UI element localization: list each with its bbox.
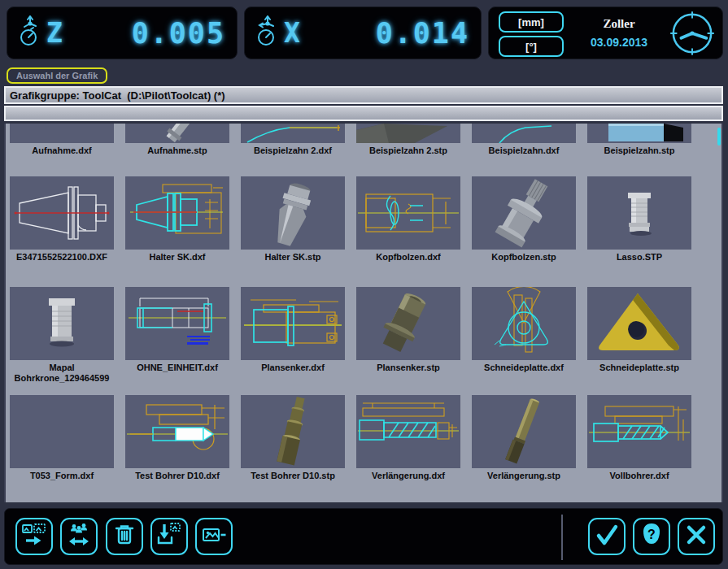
thumbnail-schneide_stp[interactable] (587, 287, 691, 360)
filter-input[interactable] (4, 106, 723, 121)
assign-swap-button[interactable] (60, 518, 98, 555)
date-label: 03.09.2013 (591, 36, 647, 49)
grid-item[interactable]: Schneideplatte.dxf (472, 287, 576, 373)
grid-item[interactable]: Kopfbolzen.stp (472, 176, 576, 263)
file-name: T053_Form.dxf (7, 471, 116, 481)
thumbnail-plansenker_stp[interactable] (356, 287, 460, 360)
file-name: Halter SK.stp (238, 252, 347, 263)
send-graphic-button[interactable] (15, 518, 53, 555)
grid-item[interactable]: Aufnahme.stp (125, 124, 229, 156)
brand-label: Zoller (603, 17, 634, 31)
file-name: E3471552522100.DXF (7, 252, 116, 263)
x-axis-display-panel: X 0.014 (244, 7, 482, 59)
thumbnail-halter_stp[interactable] (241, 176, 345, 250)
thumbnail-verl_stp[interactable] (472, 395, 576, 468)
grid-item[interactable]: OHNE_EINHEIT.dxf (125, 287, 229, 373)
info-panel: [mm] [°] Zoller 03.09.2013 (488, 7, 723, 59)
grid-item[interactable]: Beispielzahn.dxf (472, 124, 576, 156)
help-button[interactable]: ? (633, 518, 670, 555)
x-axis-value: 0.014 (376, 17, 469, 50)
bottom-toolbar: ? (4, 508, 723, 565)
file-name: Kopfbolzen.stp (469, 252, 578, 263)
grid-scrollbar[interactable] (717, 128, 721, 146)
thumbnail-empty[interactable] (10, 395, 114, 468)
file-name: Beispielzahn 2.stp (354, 146, 463, 156)
z-axis-label: Z (46, 17, 63, 49)
checkmark-icon (593, 521, 621, 552)
file-name: Verlängerung.dxf (354, 471, 463, 481)
thumbnail-kopf_stp[interactable] (472, 176, 576, 250)
grid-item[interactable]: Plansenker.dxf (241, 287, 345, 373)
close-icon (682, 521, 710, 552)
trash-icon (111, 521, 138, 552)
thumbnail-empty_clip[interactable] (10, 124, 114, 143)
x-axis-label: X (284, 17, 300, 49)
grid-item[interactable]: Test Bohrer D10.stp (241, 395, 345, 481)
file-name: Schneideplatte.stp (585, 363, 694, 373)
thumbnail-lasso[interactable] (587, 176, 691, 250)
thumbnail-schneide_dxf[interactable] (472, 287, 576, 360)
file-name: Beispielzahn 2.dxf (238, 146, 347, 156)
file-name: Lasso.STP (585, 252, 694, 263)
grid-item[interactable]: Halter SK.stp (241, 176, 345, 263)
grid-item[interactable]: Vollbohrer.dxf (587, 395, 691, 481)
file-name: Mapal Bohrkrone_129464599 (7, 363, 116, 384)
thumbnail-verl_dxf[interactable] (356, 395, 460, 468)
thumbnail-bz2_stp[interactable] (356, 124, 460, 143)
import-graphic-button[interactable] (150, 518, 188, 555)
z-axis-value: 0.005 (132, 17, 225, 50)
unit-mm-button[interactable]: [mm] (499, 11, 564, 33)
question-icon: ? (638, 521, 665, 552)
grid-item[interactable]: Plansenker.stp (356, 287, 460, 373)
grid-item[interactable]: Halter SK.dxf (125, 176, 229, 263)
grid-item[interactable]: Aufnahme.dxf (10, 124, 114, 156)
thumbnail-plansenker_dxf[interactable] (241, 287, 345, 360)
thumbnail-bz_dxf[interactable] (472, 124, 576, 143)
grid-item[interactable]: Verlängerung.stp (472, 395, 576, 481)
thumbnail-e347[interactable] (10, 176, 114, 250)
grid-item[interactable]: Beispielzahn 2.stp (356, 124, 460, 156)
remove-graphic-button[interactable] (195, 518, 233, 555)
page-title-tab: Auswahl der Grafik (7, 67, 107, 84)
file-name: Kopfbolzen.dxf (354, 252, 463, 263)
file-name: Schneideplatte.dxf (469, 363, 578, 373)
thumbnail-kopf_dxf[interactable] (356, 176, 460, 250)
grid-item[interactable]: Beispielzahn 2.dxf (241, 124, 345, 156)
file-name: Test Bohrer D10.dxf (123, 471, 232, 481)
thumbnail-testbohrer_stp[interactable] (241, 395, 345, 468)
z-gauge-icon (19, 15, 43, 51)
thumbnail-aufnahme_stp[interactable] (125, 124, 229, 143)
thumbnail-vollbohrer[interactable] (587, 395, 691, 468)
thumbnail-halter_dxf[interactable] (125, 176, 229, 250)
file-name: Test Bohrer D10.stp (238, 471, 347, 481)
graphic-group-bar[interactable]: Grafikgruppe: ToolCat (D:\Pilot\Toolcat)… (4, 86, 723, 104)
graphics-grid: Aufnahme.dxfAufnahme.stpBeispielzahn 2.d… (4, 124, 723, 502)
send-graphic-icon (20, 521, 48, 552)
grid-item[interactable]: Test Bohrer D10.dxf (125, 395, 229, 481)
remove-graphic-icon (200, 521, 228, 552)
x-gauge-icon (256, 15, 281, 51)
cancel-button[interactable] (678, 518, 715, 555)
thumbnail-testbohrer_dxf[interactable] (125, 395, 229, 468)
grid-item[interactable]: Mapal Bohrkrone_129464599 (10, 287, 114, 384)
thumbnail-ohne[interactable] (125, 287, 229, 360)
grid-item[interactable]: Verlängerung.dxf (356, 395, 460, 481)
grid-item[interactable]: T053_Form.dxf (10, 395, 114, 481)
thumbnail-mapal[interactable] (10, 287, 114, 360)
grid-item[interactable]: Beispielzahn.stp (587, 124, 691, 156)
zoller-tool-selection-screen: Z 0.005 X 0.014 [ (0, 0, 728, 569)
unit-degree-button[interactable]: [°] (499, 36, 564, 57)
ok-button[interactable] (588, 518, 626, 555)
thumbnail-bz_stp[interactable] (587, 124, 691, 143)
grid-item[interactable]: Schneideplatte.stp (587, 287, 691, 373)
file-name: Beispielzahn.stp (585, 146, 694, 156)
graphic-group-label: Grafikgruppe: ToolCat (D:\Pilot\Toolcat)… (6, 89, 225, 102)
delete-button[interactable] (106, 518, 143, 555)
file-name: Halter SK.dxf (123, 252, 232, 263)
thumbnail-bz2_dxf[interactable] (241, 124, 345, 143)
grid-item[interactable]: Kopfbolzen.dxf (356, 176, 460, 263)
grid-item[interactable]: Lasso.STP (587, 176, 691, 263)
import-graphic-icon (155, 521, 183, 552)
grid-item[interactable]: E3471552522100.DXF (10, 176, 114, 263)
file-name: Aufnahme.dxf (7, 146, 116, 156)
